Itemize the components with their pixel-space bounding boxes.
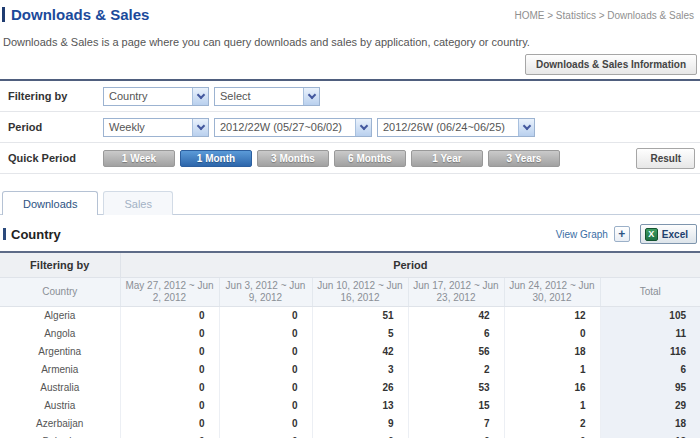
value-cell: 9 (312, 414, 408, 432)
value-cell: 0 (504, 324, 600, 342)
quick-period-button-3-years[interactable]: 3 Years (488, 150, 560, 167)
value-cell: 2 (504, 414, 600, 432)
period-type-select[interactable]: Weekly (103, 118, 209, 137)
total-cell: 95 (600, 378, 700, 396)
tab-downloads[interactable]: Downloads (2, 191, 98, 215)
section-accent-bar (3, 228, 6, 240)
value-cell: 0 (120, 432, 219, 438)
value-cell: 0 (120, 324, 219, 342)
table-row: Azerbaijan 0 0 9 7 2 18 (0, 414, 700, 432)
period-from-value: 2012/22W (05/27~06/02) (215, 121, 347, 133)
quick-period-label: Quick Period (8, 152, 103, 164)
value-cell: 18 (504, 342, 600, 360)
column-header-week-5: Jun 24, 2012 ~ Jun 30, 2012 (504, 277, 600, 306)
value-cell: 51 (312, 306, 408, 324)
table-row: Australia 0 0 26 53 16 95 (0, 378, 700, 396)
country-cell: Bahrain (0, 432, 120, 438)
chevron-down-icon (192, 88, 208, 105)
filter-type-value: Country (104, 90, 153, 102)
value-cell: 42 (408, 306, 504, 324)
column-header-week-4: Jun 17, 2012 ~ Jun 23, 2012 (408, 277, 504, 306)
value-cell: 0 (219, 360, 312, 378)
group-header-filtering-by: Filtering by (0, 252, 120, 277)
value-cell: 26 (312, 378, 408, 396)
table-row: Armenia 0 0 3 2 1 6 (0, 360, 700, 378)
title-accent-bar (2, 7, 5, 22)
filtering-by-controls: Country Select (103, 87, 700, 106)
tab-sales[interactable]: Sales (103, 191, 173, 215)
value-cell: 2 (408, 360, 504, 378)
value-cell: 7 (408, 414, 504, 432)
value-cell: 0 (219, 342, 312, 360)
filtering-by-label: Filtering by (8, 90, 103, 102)
total-cell: 11 (600, 324, 700, 342)
country-cell: Argentina (0, 342, 120, 360)
value-cell: 16 (504, 378, 600, 396)
value-cell: 0 (120, 360, 219, 378)
filtering-by-row: Filtering by Country Select (0, 81, 700, 112)
quick-period-button-3-months[interactable]: 3 Months (257, 150, 329, 167)
total-cell: 18 (600, 414, 700, 432)
table-row: Austria 0 0 13 15 1 29 (0, 396, 700, 414)
page-description: Downloads & Sales is a page where you ca… (0, 23, 700, 48)
total-cell: 6 (600, 360, 700, 378)
country-cell: Austria (0, 396, 120, 414)
value-cell: 53 (408, 378, 504, 396)
value-cell: 1 (504, 360, 600, 378)
filter-value-select[interactable]: Select (214, 87, 320, 106)
page-title-wrap: Downloads & Sales (2, 6, 149, 23)
column-header-week-3: Jun 10, 2012 ~ Jun 16, 2012 (312, 277, 408, 306)
country-cell: Angola (0, 324, 120, 342)
downloads-sales-information-button[interactable]: Downloads & Sales Information (525, 54, 697, 75)
tab-bar: Downloads Sales (0, 190, 700, 215)
period-to-select[interactable]: 2012/26W (06/24~06/25) (377, 118, 535, 137)
country-section-header: Country View Graph + Excel (0, 215, 700, 251)
breadcrumb[interactable]: HOME > Statistics > Downloads & Sales (514, 6, 696, 21)
result-button-wrap: Result (636, 148, 700, 169)
section-title: Country (11, 227, 556, 242)
value-cell: 42 (312, 342, 408, 360)
view-graph-link[interactable]: View Graph (556, 229, 608, 240)
page-header: Downloads & Sales HOME > Statistics > Do… (0, 0, 700, 23)
filter-value-value: Select (215, 90, 256, 102)
value-cell: 0 (120, 342, 219, 360)
downloads-by-country-table: Filtering by Period Country May 27, 2012… (0, 251, 700, 438)
country-cell: Azerbaijan (0, 414, 120, 432)
period-from-select[interactable]: 2012/22W (05/27~06/02) (214, 118, 372, 137)
value-cell: 0 (219, 414, 312, 432)
period-to-value: 2012/26W (06/24~06/25) (378, 121, 510, 133)
quick-period-button-1-month[interactable]: 1 Month (180, 150, 252, 167)
excel-button-label: Excel (662, 229, 688, 240)
value-cell: 6 (312, 432, 408, 438)
period-controls: Weekly 2012/22W (05/27~06/02) 2012/26W (… (103, 118, 700, 137)
column-header-week-1: May 27, 2012 ~ Jun 2, 2012 (120, 277, 219, 306)
chevron-down-icon (355, 119, 371, 136)
chevron-down-icon (303, 88, 319, 105)
value-cell: 3 (312, 360, 408, 378)
value-cell: 0 (219, 306, 312, 324)
value-cell: 0 (219, 324, 312, 342)
period-label: Period (8, 121, 103, 133)
period-type-value: Weekly (104, 121, 150, 133)
result-button[interactable]: Result (636, 148, 695, 169)
filter-type-select[interactable]: Country (103, 87, 209, 106)
view-graph-expand-button[interactable]: + (614, 226, 630, 242)
quick-period-button-1-week[interactable]: 1 Week (103, 150, 175, 167)
value-cell: 0 (219, 396, 312, 414)
table-row: Algeria 0 0 51 42 12 105 (0, 306, 700, 324)
excel-export-button[interactable]: Excel (640, 224, 697, 244)
value-cell: 0 (120, 396, 219, 414)
country-cell: Australia (0, 378, 120, 396)
value-cell: 6 (408, 324, 504, 342)
value-cell: 0 (504, 432, 600, 438)
value-cell: 1 (504, 396, 600, 414)
column-header-total: Total (600, 277, 700, 306)
quick-period-button-6-months[interactable]: 6 Months (334, 150, 406, 167)
page-title: Downloads & Sales (11, 6, 149, 23)
country-cell: Algeria (0, 306, 120, 324)
total-cell: 116 (600, 342, 700, 360)
chevron-down-icon (518, 119, 534, 136)
quick-period-button-1-year[interactable]: 1 Year (411, 150, 483, 167)
excel-icon (645, 228, 658, 241)
value-cell: 5 (312, 324, 408, 342)
